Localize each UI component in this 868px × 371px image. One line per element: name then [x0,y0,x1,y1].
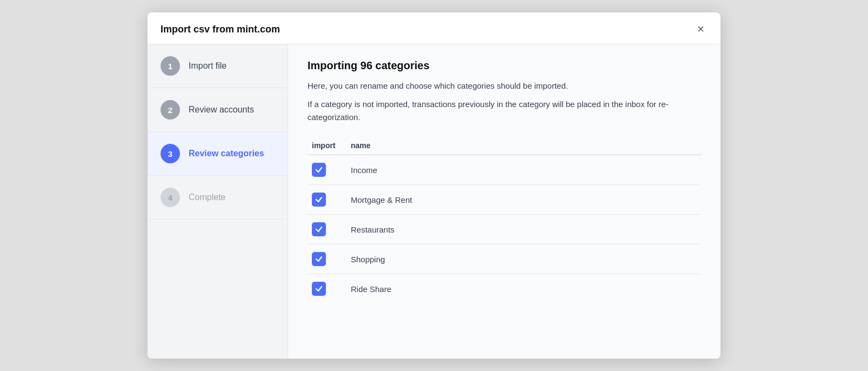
content-desc1: Here, you can rename and choose which ca… [308,80,701,92]
step-circle-3: 3 [161,144,180,163]
category-import-cell [308,244,351,274]
table-row: Restaurants [308,215,701,244]
step-item-review-accounts[interactable]: 2Review accounts [148,88,288,132]
step-label-4: Complete [189,193,225,202]
step-label-2: Review accounts [189,105,254,115]
category-name: Ride Share [351,274,701,304]
close-button[interactable]: × [694,22,707,36]
import-modal: Import csv from mint.com × 1Import file2… [148,12,720,359]
step-label-3: Review categories [189,149,264,158]
col-header-import: import [308,137,351,155]
step-label-1: Import file [189,61,226,71]
content-title: Importing 96 categories [308,59,701,72]
table-row: Income [308,155,701,185]
category-import-cell [308,155,351,185]
category-checkbox[interactable] [312,282,326,296]
category-name: Shopping [351,244,701,274]
category-name: Mortgage & Rent [351,185,701,215]
sidebar: 1Import file2Review accounts3Review cate… [148,44,288,359]
step-circle-1: 1 [161,56,180,76]
modal-title: Import csv from mint.com [161,24,280,35]
category-name: Income [351,155,701,185]
category-import-cell [308,185,351,215]
category-import-cell [308,215,351,244]
col-header-name: name [351,137,701,155]
category-name: Restaurants [351,215,701,244]
table-row: Mortgage & Rent [308,185,701,215]
step-item-import-file[interactable]: 1Import file [148,44,288,88]
content-desc2: If a category is not imported, transacti… [308,98,701,124]
step-item-review-categories[interactable]: 3Review categories [148,132,288,176]
table-row: Ride Share [308,274,701,304]
table-row: Shopping [308,244,701,274]
category-checkbox[interactable] [312,252,326,266]
modal-body: 1Import file2Review accounts3Review cate… [148,44,720,359]
category-checkbox[interactable] [312,222,326,236]
category-checkbox[interactable] [312,193,326,207]
categories-table: import name Income Mortgage & Rent Resta… [308,137,701,303]
category-import-cell [308,274,351,304]
step-item-complete[interactable]: 4Complete [148,176,288,220]
modal-header: Import csv from mint.com × [148,12,720,44]
step-circle-2: 2 [161,100,180,120]
category-checkbox[interactable] [312,163,326,177]
step-circle-4: 4 [161,188,180,207]
main-content: Importing 96 categories Here, you can re… [288,44,720,359]
